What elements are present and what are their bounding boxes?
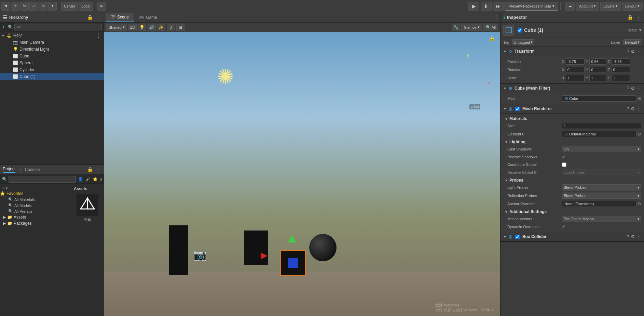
lighting-btn[interactable]: 💡 [138, 24, 146, 31]
hierarchy-tree[interactable]: ▼ ⛳ 开始* ⋮ 📷 Main Camera 💡 Directional Li… [0, 31, 104, 164]
mesh-field[interactable]: ⊞ Cube [562, 95, 636, 102]
mesh-filter-header[interactable]: ▼ ⊞ Cube (Mesh Filter) ? ⚙ ⋮ [501, 84, 644, 93]
layers-btn[interactable]: Layers ▾ [600, 2, 621, 11]
meshfilter-settings-icon[interactable]: ⚙ [631, 85, 635, 91]
root-menu[interactable]: ⋮ [96, 32, 104, 39]
audio-btn[interactable]: 🔊 [148, 24, 156, 31]
play-btn[interactable]: ▶ [468, 2, 479, 11]
tree-item-dir-light[interactable]: 💡 Directional Light [0, 46, 104, 53]
hand-tool-btn[interactable]: ☚ [1, 2, 10, 11]
tree-item-sphere[interactable]: ⬜ Sphere [0, 60, 104, 66]
scene-more-btn[interactable]: ⋮ [493, 14, 499, 21]
assets-folder[interactable]: ▶ 📁 Assets [0, 214, 71, 220]
size-field[interactable] [562, 123, 641, 129]
meshrenderer-settings-icon[interactable]: ⚙ [631, 106, 635, 111]
tab-scene[interactable]: 🎬 Scene [106, 13, 134, 22]
pos-x-field[interactable] [566, 58, 585, 65]
rect-tool-btn[interactable]: ▭ [39, 2, 47, 11]
rot-x-field[interactable] [566, 67, 585, 73]
meshrenderer-help-icon[interactable]: ? [627, 106, 629, 111]
transform-help-icon[interactable]: ? [627, 49, 629, 54]
pos-z-field[interactable] [611, 58, 630, 65]
boxcollider-enabled-checkbox[interactable] [515, 235, 520, 239]
tab-game[interactable]: 🎮 Game [134, 14, 162, 21]
favorites-header[interactable]: ⭐ Favorites [0, 191, 71, 196]
packages-folder[interactable]: ▶ 📁 Packages [0, 220, 71, 226]
meshrenderer-more-icon[interactable]: ⋮ [636, 106, 641, 111]
move-tool-btn[interactable]: ✛ [11, 2, 19, 11]
tools-btn[interactable]: 🔧 [452, 24, 460, 31]
meshrenderer-enabled-checkbox[interactable] [515, 107, 520, 111]
boxcollider-help-icon[interactable]: ? [627, 234, 629, 239]
fav-all-materials[interactable]: 🔍 All Materials [0, 197, 71, 202]
hierarchy-search-input[interactable] [14, 24, 102, 30]
probes-subheader[interactable]: ▼ Probes [501, 176, 644, 183]
tree-item-main-camera[interactable]: 📷 Main Camera [0, 39, 104, 46]
project-more-btn[interactable]: ⋮ [95, 166, 101, 173]
hierarchy-add-btn[interactable]: + [2, 24, 5, 30]
materials-subheader[interactable]: ▼ Materials [501, 115, 644, 122]
tree-item-cylinder[interactable]: ⬜ Cylinder [0, 66, 104, 73]
rotate-tool-btn[interactable]: ↻ [20, 2, 29, 11]
anchor-override-field[interactable]: None (Transform) [562, 201, 636, 207]
motion-vectors-dropdown[interactable]: Per Object Motion ▾ [562, 216, 641, 222]
pause-btn[interactable]: ⏸ [481, 2, 492, 11]
gizmos-dropdown[interactable]: Gizmos ▾ [461, 24, 482, 31]
fav-all-prefabs[interactable]: 🔍 All Prefabs [0, 208, 71, 214]
element0-field[interactable]: ⊙ Default-Material [562, 131, 636, 137]
cast-shadows-dropdown[interactable]: On ▾ [562, 146, 641, 152]
project-lock-btn[interactable]: 🔒 [86, 166, 94, 173]
additional-settings-subheader[interactable]: ▼ Additional Settings [501, 208, 644, 215]
grid-scene-btn[interactable]: ⊞ [176, 24, 184, 31]
fav-all-models[interactable]: 🔍 All Models [0, 202, 71, 208]
scale-y-field[interactable] [589, 75, 606, 81]
mesh-renderer-header[interactable]: ▼ ⊞ Mesh Renderer ? ⚙ ⋮ [501, 104, 644, 114]
transform-settings-icon[interactable]: ⚙ [631, 49, 635, 54]
inspector-lock-btn[interactable]: 🔒 [627, 14, 634, 21]
add-folder-btn[interactable]: + ▾ [3, 186, 8, 190]
layer-dropdown[interactable]: Default ▾ [623, 39, 641, 45]
meshfilter-help-icon[interactable]: ? [627, 85, 629, 91]
project-brush-btn[interactable]: 🖌 [85, 176, 91, 182]
boxcollider-more-icon[interactable]: ⋮ [636, 234, 641, 239]
hierarchy-more-btn[interactable]: ⋮ [95, 14, 101, 21]
obj-active-checkbox[interactable] [518, 28, 522, 32]
dynamic-occlusion-check[interactable]: ✔ [562, 224, 565, 229]
fx-btn[interactable]: ✨ [157, 24, 165, 31]
receive-shadows-check[interactable]: ✔ [562, 155, 565, 159]
reflection-probes-dropdown[interactable]: Blend Probes ▾ [562, 193, 641, 199]
asset-item-start[interactable]: 开始 [74, 194, 101, 222]
element0-select-btn[interactable]: ⊙ [638, 132, 641, 136]
pos-y-field[interactable] [589, 58, 606, 65]
cloud-btn[interactable]: ☁ [565, 2, 575, 11]
overlay-btn[interactable]: 0 [167, 24, 175, 31]
meshfilter-more-icon[interactable]: ⋮ [636, 85, 641, 91]
scene-search[interactable]: 🔍 All [483, 24, 498, 31]
tree-item-root[interactable]: ▼ ⛳ 开始* ⋮ [0, 32, 104, 39]
rot-y-field[interactable] [589, 67, 606, 73]
step-btn[interactable]: ⏭ [493, 2, 504, 11]
scene-view[interactable]: ✺ 📷 ◀ y x 🔒 ≡ Iso [104, 32, 500, 316]
transform-more-icon[interactable]: ⋮ [636, 49, 641, 54]
inspector-more-btn[interactable]: ⋮ [635, 14, 641, 21]
tab-console[interactable]: Console [25, 167, 40, 172]
scale-z-field[interactable] [611, 75, 630, 81]
space-btn[interactable]: Local [79, 2, 93, 11]
project-star-btn[interactable]: ⭐ [92, 176, 98, 182]
2d-btn[interactable]: 2D [128, 24, 137, 31]
project-search-input[interactable] [9, 176, 76, 183]
scale-tool-btn[interactable]: ⤢ [29, 2, 38, 11]
anchor-override-select-btn[interactable]: ⊙ [638, 201, 641, 206]
shading-dropdown[interactable]: Shaded ▾ [106, 24, 127, 31]
box-collider-header[interactable]: ▼ ⊞ Box Collider ? ⚙ ⋮ [501, 232, 644, 241]
tree-item-cube[interactable]: ⬜ Cube [0, 53, 104, 60]
preview-packages-btn[interactable]: Preview Packages in Use ▾ [505, 2, 558, 11]
transform-header[interactable]: ▼ ⊹ Transform ? ⚙ ⋮ [501, 47, 644, 56]
custom-tool-btn[interactable]: ✦ [48, 2, 57, 11]
rot-z-field[interactable] [611, 67, 630, 73]
scale-x-field[interactable] [566, 75, 585, 81]
contribute-global-checkbox[interactable] [562, 162, 566, 167]
light-probes-dropdown[interactable]: Blend Probes ▾ [562, 184, 641, 190]
pivot-btn[interactable]: Center [61, 2, 78, 11]
grid-btn[interactable]: ⊞ [97, 2, 106, 11]
